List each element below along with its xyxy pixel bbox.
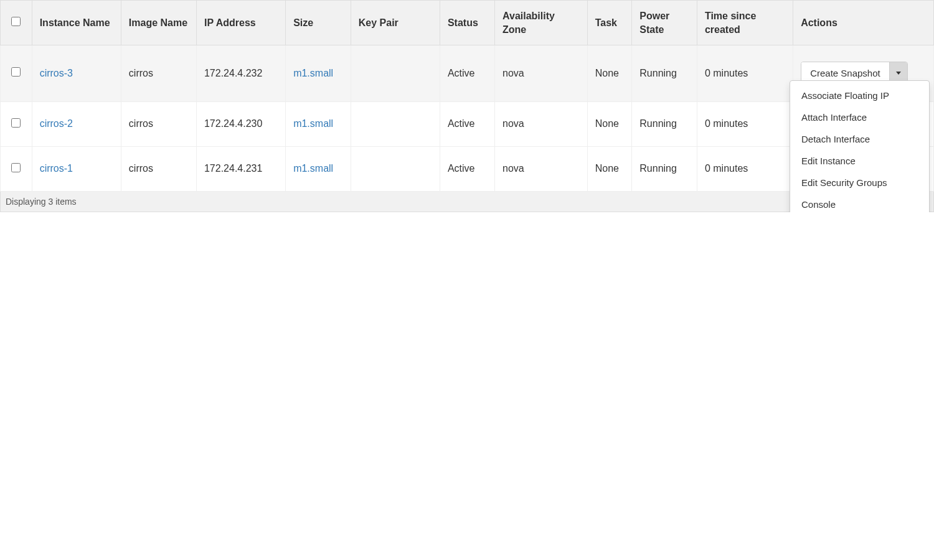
- size-link[interactable]: m1.small: [293, 118, 333, 129]
- dropdown-item[interactable]: Edit Security Groups: [790, 172, 929, 194]
- key-pair-cell: [351, 101, 440, 146]
- ip-address-cell: 172.24.4.231: [196, 146, 285, 191]
- header-time-since-created[interactable]: Time since created: [697, 1, 793, 45]
- header-power-state[interactable]: Power State: [632, 1, 697, 45]
- actions-dropdown-menu: Associate Floating IPAttach InterfaceDet…: [790, 80, 930, 212]
- instances-table: Instance Name Image Name IP Address Size…: [0, 0, 934, 192]
- header-status[interactable]: Status: [440, 1, 494, 45]
- time-since-created-cell: 0 minutes: [697, 101, 793, 146]
- size-link[interactable]: m1.small: [293, 68, 333, 78]
- header-ip-address[interactable]: IP Address: [196, 1, 285, 45]
- time-since-created-cell: 0 minutes: [697, 45, 793, 102]
- size-link[interactable]: m1.small: [293, 163, 333, 174]
- task-cell: None: [587, 146, 632, 191]
- task-cell: None: [587, 45, 632, 102]
- key-pair-cell: [351, 146, 440, 191]
- availability-zone-cell: nova: [495, 146, 588, 191]
- power-state-cell: Running: [632, 101, 697, 146]
- instance-name-link[interactable]: cirros-1: [40, 163, 73, 174]
- actions-cell: Create SnapshotAssociate Floating IPAtta…: [793, 45, 934, 102]
- power-state-cell: Running: [632, 45, 697, 102]
- row-checkbox[interactable]: [11, 118, 21, 128]
- key-pair-cell: [351, 45, 440, 102]
- ip-address-cell: 172.24.4.232: [196, 45, 285, 102]
- image-name-cell: cirros: [121, 146, 196, 191]
- header-task[interactable]: Task: [587, 1, 632, 45]
- instance-name-link[interactable]: cirros-3: [40, 68, 73, 78]
- header-key-pair[interactable]: Key Pair: [351, 1, 440, 45]
- displaying-count: Displaying 3 items: [6, 197, 77, 207]
- select-all-checkbox[interactable]: [11, 17, 21, 26]
- availability-zone-cell: nova: [495, 101, 588, 146]
- row-checkbox[interactable]: [11, 67, 21, 77]
- header-instance-name[interactable]: Instance Name: [32, 1, 121, 45]
- instance-name-link[interactable]: cirros-2: [40, 118, 73, 129]
- status-cell: Active: [440, 101, 494, 146]
- dropdown-item[interactable]: Associate Floating IP: [790, 85, 929, 106]
- status-cell: Active: [440, 45, 494, 102]
- header-availability-zone[interactable]: Availability Zone: [495, 1, 588, 45]
- power-state-cell: Running: [632, 146, 697, 191]
- time-since-created-cell: 0 minutes: [697, 146, 793, 191]
- dropdown-item[interactable]: Detach Interface: [790, 128, 929, 150]
- header-actions: Actions: [793, 1, 934, 45]
- header-image-name[interactable]: Image Name: [121, 1, 196, 45]
- availability-zone-cell: nova: [495, 45, 588, 102]
- caret-down-icon: [896, 72, 901, 75]
- dropdown-item[interactable]: Attach Interface: [790, 106, 929, 128]
- image-name-cell: cirros: [121, 101, 196, 146]
- table-header-row: Instance Name Image Name IP Address Size…: [1, 1, 934, 45]
- row-checkbox[interactable]: [11, 163, 21, 172]
- table-row: cirros-3cirros172.24.4.232m1.smallActive…: [1, 45, 934, 102]
- dropdown-item[interactable]: Console: [790, 194, 929, 212]
- image-name-cell: cirros: [121, 45, 196, 102]
- task-cell: None: [587, 101, 632, 146]
- status-cell: Active: [440, 146, 494, 191]
- dropdown-item[interactable]: Edit Instance: [790, 150, 929, 172]
- ip-address-cell: 172.24.4.230: [196, 101, 285, 146]
- header-size[interactable]: Size: [286, 1, 351, 45]
